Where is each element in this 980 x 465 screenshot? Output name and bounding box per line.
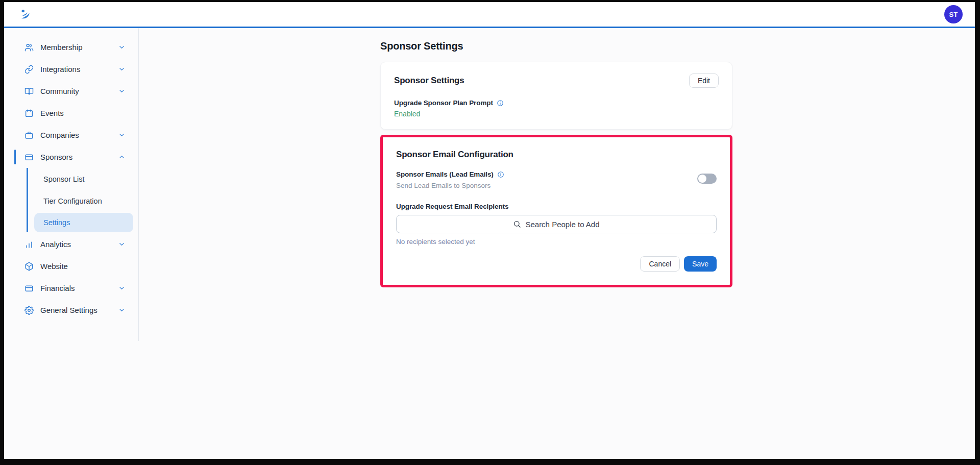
logo-icon	[19, 8, 32, 20]
cube-icon	[24, 262, 34, 271]
gear-icon	[24, 306, 34, 315]
sidebar-item-integrations[interactable]: Integrations	[4, 58, 139, 80]
sidebar-subitem-tier-configuration[interactable]: Tier Configuration	[28, 190, 133, 212]
card-title: Sponsor Email Configuration	[396, 150, 717, 160]
lead-emails-label-row: Sponsor Emails (Lead Emails)	[396, 170, 504, 178]
app-window: ST Membership Integrations	[4, 2, 975, 459]
bar-chart-icon	[24, 240, 34, 249]
link-icon	[24, 65, 34, 74]
top-bar: ST	[4, 2, 975, 28]
chevron-down-icon	[118, 43, 126, 51]
sponsor-settings-card: Sponsor Settings Edit Upgrade Sponsor Pl…	[380, 62, 732, 130]
chevron-down-icon	[118, 240, 126, 248]
sidebar-item-analytics[interactable]: Analytics	[4, 233, 139, 255]
sidebar-item-label: General Settings	[40, 306, 97, 314]
sidebar-item-label: Integrations	[40, 65, 80, 74]
search-icon	[513, 220, 521, 228]
info-icon[interactable]	[497, 171, 504, 178]
sidebar-item-website[interactable]: Website	[4, 255, 139, 277]
main-content: Sponsor Settings Sponsor Settings Edit U…	[139, 28, 975, 457]
sidebar-item-financials[interactable]: Financials	[4, 277, 139, 299]
sidebar-item-label: Events	[40, 109, 64, 117]
chevron-down-icon	[118, 131, 126, 139]
sidebar-item-membership[interactable]: Membership	[4, 36, 139, 58]
sidebar-item-label: Financials	[40, 284, 75, 292]
users-icon	[24, 43, 34, 52]
sidebar-item-label: Website	[40, 262, 68, 271]
sidebar-item-companies[interactable]: Companies	[4, 124, 139, 146]
lead-emails-field: Sponsor Emails (Lead Emails) Send Lead E…	[396, 170, 504, 189]
save-button[interactable]: Save	[684, 256, 717, 272]
lead-emails-description: Send Lead Emails to Sponsors	[396, 182, 504, 189]
card-icon	[24, 153, 34, 162]
calendar-icon	[24, 109, 34, 118]
info-icon[interactable]	[497, 100, 504, 107]
briefcase-icon	[24, 131, 34, 140]
empty-recipients-note: No recipients selected yet	[396, 238, 717, 246]
search-people-input[interactable]: Search People to Add	[396, 215, 717, 233]
sidebar-subitem-settings[interactable]: Settings	[34, 213, 133, 232]
app-logo[interactable]	[19, 8, 32, 20]
search-placeholder: Search People to Add	[525, 220, 599, 229]
chevron-down-icon	[118, 306, 126, 314]
sidebar-item-label: Analytics	[40, 240, 71, 249]
upgrade-prompt-label-row: Upgrade Sponsor Plan Prompt	[394, 99, 719, 107]
sidebar-item-general-settings[interactable]: General Settings	[4, 299, 139, 321]
chevron-down-icon	[118, 284, 126, 292]
chevron-down-icon	[118, 87, 126, 95]
sponsors-submenu: Sponsor List Tier Configuration Settings	[27, 168, 133, 232]
sidebar-item-community[interactable]: Community	[4, 80, 139, 102]
upgrade-prompt-value: Enabled	[394, 110, 719, 118]
toggle-knob	[698, 175, 706, 183]
sidebar-subitem-sponsor-list[interactable]: Sponsor List	[28, 168, 133, 190]
sidebar-item-label: Community	[40, 87, 79, 95]
field-label: Upgrade Sponsor Plan Prompt	[394, 99, 493, 107]
field-label: Sponsor Emails (Lead Emails)	[396, 170, 494, 178]
card-actions: Cancel Save	[396, 256, 717, 272]
sidebar-item-label: Companies	[40, 131, 79, 139]
chevron-up-icon	[118, 153, 126, 161]
sidebar-item-label: Membership	[40, 43, 83, 52]
cancel-button[interactable]: Cancel	[640, 256, 680, 272]
card-icon	[24, 284, 34, 293]
recipients-label: Upgrade Request Email Recipients	[396, 203, 717, 210]
sidebar-item-events[interactable]: Events	[4, 102, 139, 124]
page-title: Sponsor Settings	[380, 40, 732, 52]
sponsor-email-configuration-card: Sponsor Email Configuration Sponsor Emai…	[380, 135, 732, 287]
book-icon	[24, 87, 34, 96]
sidebar: Membership Integrations Community	[4, 28, 139, 457]
sidebar-item-label: Sponsors	[40, 153, 72, 161]
sidebar-item-sponsors[interactable]: Sponsors	[4, 146, 139, 168]
chevron-down-icon	[118, 65, 126, 73]
lead-emails-toggle[interactable]	[697, 174, 717, 184]
user-avatar[interactable]: ST	[944, 5, 963, 23]
edit-button[interactable]: Edit	[689, 74, 719, 88]
card-title: Sponsor Settings	[394, 76, 464, 86]
